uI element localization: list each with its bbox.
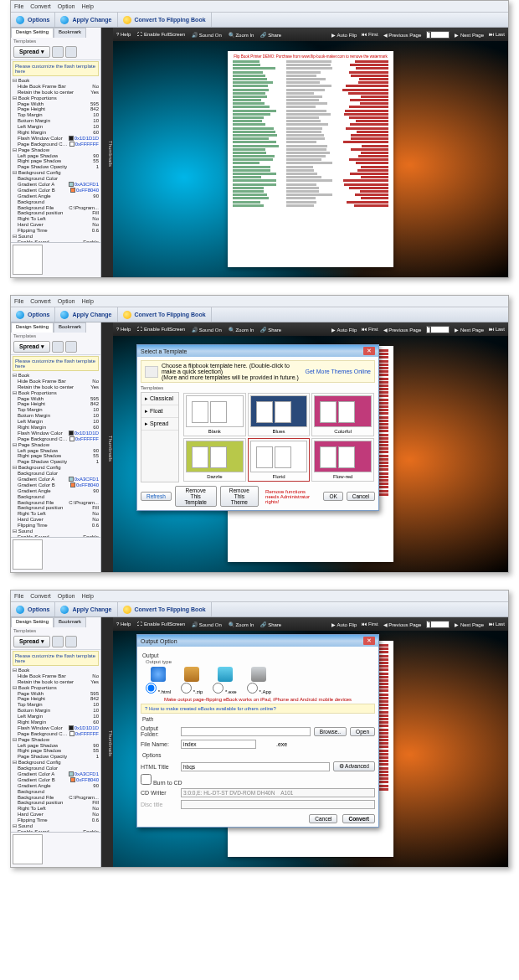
- remove-template-button[interactable]: Remove This Template: [175, 486, 217, 507]
- setting-row[interactable]: Page Shadow Opacity1: [13, 459, 99, 465]
- zoom-button[interactable]: 🔍 Zoom In: [229, 32, 254, 38]
- refresh-button[interactable]: Refresh: [141, 492, 172, 501]
- setting-row[interactable]: Bottom Margin10: [13, 413, 99, 419]
- share-button[interactable]: 🔗 Share: [260, 622, 281, 627]
- dialog-titlebar[interactable]: Output Option ✕: [137, 635, 378, 647]
- burn-to-cd-checkbox[interactable]: Burn to CD: [141, 774, 182, 786]
- autoflip-button[interactable]: ▶ Auto Flip: [331, 622, 357, 627]
- file-name-input[interactable]: [181, 740, 256, 749]
- template-picker-icon[interactable]: [52, 46, 64, 58]
- last-button[interactable]: ⏭ Last: [489, 622, 505, 627]
- close-icon[interactable]: ✕: [363, 347, 375, 355]
- help-button[interactable]: ? Help: [116, 32, 131, 37]
- setting-row[interactable]: ⊟ Sound: [13, 823, 99, 829]
- setting-row[interactable]: Page Background Color0xFFFFFF: [13, 731, 99, 737]
- setting-row[interactable]: Flash Window Color0x1D1D1D: [13, 431, 99, 436]
- menu-convert[interactable]: Convert: [30, 298, 51, 304]
- zoom-button[interactable]: 🔍 Zoom In: [229, 622, 254, 627]
- spread-button[interactable]: Spread ▾: [13, 46, 50, 58]
- setting-row[interactable]: Flash Window Color0x1D1D1D: [13, 136, 99, 142]
- spread-button[interactable]: Spread ▾: [13, 341, 50, 353]
- setting-row[interactable]: Hide Book Frame BarNo: [13, 84, 99, 90]
- setting-row[interactable]: Page Height842: [13, 106, 99, 112]
- type-app[interactable]: *.App: [247, 683, 271, 694]
- prev-button[interactable]: ◀ Previous Page: [383, 327, 422, 333]
- setting-row[interactable]: ⊟ Background Config: [13, 760, 99, 766]
- menu-convert[interactable]: Convert: [30, 593, 51, 599]
- type-html[interactable]: *.html: [146, 683, 171, 694]
- setting-row[interactable]: Page Width595: [13, 691, 99, 697]
- last-button[interactable]: ⏭ Last: [489, 327, 505, 332]
- setting-row[interactable]: Flash Window Color0x1D1D1D: [13, 725, 99, 731]
- setting-row[interactable]: Gradient Angle90: [13, 783, 99, 789]
- setting-row[interactable]: Background Color: [13, 766, 99, 771]
- tab-design-setting[interactable]: Design Setting: [11, 322, 54, 333]
- setting-row[interactable]: Top Margin10: [13, 407, 99, 413]
- type-exe[interactable]: *.exe: [213, 683, 236, 694]
- template-picker-icon-2[interactable]: [65, 46, 77, 58]
- setting-row[interactable]: Left page Shadow90: [13, 743, 99, 749]
- setting-row[interactable]: Flipping Time0.6: [13, 228, 99, 234]
- setting-row[interactable]: Flipping Time0.6: [13, 818, 99, 823]
- setting-row[interactable]: Right page Shadow55: [13, 453, 99, 459]
- setting-row[interactable]: Right To LeftNo: [13, 511, 99, 517]
- template-thumbnail[interactable]: [13, 245, 43, 275]
- setting-row[interactable]: ⊟ Sound: [13, 529, 99, 534]
- template-item[interactable]: Flow-red: [311, 438, 374, 482]
- setting-row[interactable]: Top Margin10: [13, 112, 99, 118]
- setting-row[interactable]: Left Margin10: [13, 419, 99, 425]
- setting-row[interactable]: Right Margin60: [13, 425, 99, 431]
- menu-file[interactable]: File: [14, 593, 23, 599]
- fullscreen-button[interactable]: ⛶ Enable FullScreen: [137, 327, 185, 332]
- setting-row[interactable]: Page Height842: [13, 696, 99, 702]
- options-button[interactable]: Options: [28, 312, 49, 317]
- menubar[interactable]: File Convert Option Help: [11, 591, 508, 602]
- flipbook-page[interactable]: Flip Book Printer DEMO: Purchase from ww…: [228, 51, 393, 267]
- template-item[interactable]: Dazzle: [183, 438, 246, 482]
- setting-row[interactable]: Left page Shadow90: [13, 153, 99, 159]
- template-thumbnail[interactable]: [13, 539, 43, 570]
- setting-row[interactable]: Hide Book Frame BarNo: [13, 673, 99, 679]
- autoflip-button[interactable]: ▶ Auto Flip: [331, 32, 357, 38]
- menu-option[interactable]: Option: [58, 3, 75, 9]
- setting-row[interactable]: Left Margin10: [13, 714, 99, 720]
- spread-button[interactable]: Spread ▾: [13, 636, 50, 647]
- setting-row[interactable]: Gradient Color A0xA3CFD1: [13, 182, 99, 188]
- close-icon[interactable]: ✕: [363, 637, 375, 645]
- template-category[interactable]: ▸ Spread: [141, 418, 178, 431]
- share-button[interactable]: 🔗 Share: [260, 327, 281, 333]
- template-picker-icon[interactable]: [52, 636, 64, 647]
- tab-bookmark[interactable]: Bookmark: [54, 617, 86, 627]
- setting-row[interactable]: Background positionFill: [13, 505, 99, 511]
- template-picker-icon-2[interactable]: [65, 636, 77, 647]
- tab-design-setting[interactable]: Design Setting: [11, 28, 54, 38]
- tab-design-setting[interactable]: Design Setting: [11, 617, 54, 627]
- setting-row[interactable]: ⊟ Page Shadow: [13, 737, 99, 743]
- setting-row[interactable]: Right Margin60: [13, 130, 99, 136]
- setting-row[interactable]: ⊟ Book: [13, 373, 99, 379]
- menu-option[interactable]: Option: [58, 298, 75, 304]
- setting-row[interactable]: Gradient Angle90: [13, 193, 99, 199]
- convert-button[interactable]: Convert To Flipping Book: [135, 606, 206, 612]
- sound-button[interactable]: 🔊 Sound On: [192, 327, 222, 333]
- sound-button[interactable]: 🔊 Sound On: [192, 622, 222, 627]
- first-button[interactable]: ⏮ First: [362, 327, 378, 332]
- menubar[interactable]: File Convert Option Help: [11, 296, 508, 307]
- template-thumbnail[interactable]: [13, 834, 43, 864]
- menu-help[interactable]: Help: [81, 298, 93, 304]
- next-button[interactable]: ▶ Next Page: [455, 622, 484, 627]
- setting-row[interactable]: Retain the book to centerYes: [13, 679, 99, 685]
- cancel-button[interactable]: Cancel: [309, 814, 337, 823]
- setting-row[interactable]: Gradient Color B0xFF8040: [13, 777, 99, 783]
- setting-row[interactable]: Top Margin10: [13, 702, 99, 708]
- fullscreen-button[interactable]: ⛶ Enable FullScreen: [137, 622, 185, 627]
- template-picker-icon[interactable]: [52, 341, 64, 353]
- setting-row[interactable]: Retain the book to centerYes: [13, 90, 99, 95]
- setting-row[interactable]: Left page Shadow90: [13, 448, 99, 454]
- setting-row[interactable]: Background positionFill: [13, 800, 99, 806]
- page-number-input[interactable]: [426, 326, 450, 333]
- settings-tree[interactable]: ⊟ BookHide Book Frame BarNoRetain the bo…: [11, 372, 100, 537]
- setting-row[interactable]: Right To LeftNo: [13, 216, 99, 222]
- setting-row[interactable]: Right page Shadow55: [13, 748, 99, 754]
- cancel-button[interactable]: Cancel: [347, 492, 375, 501]
